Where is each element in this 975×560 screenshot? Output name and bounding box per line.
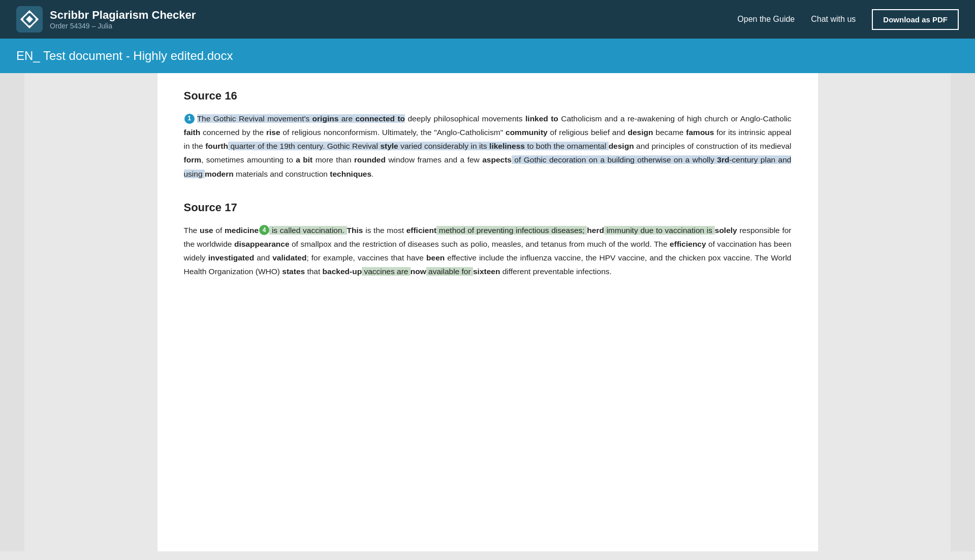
header-right: Open the Guide Chat with us Download as … — [737, 9, 959, 30]
source-16-paragraph: 1 The Gothic Revival movement's origins … — [184, 112, 792, 181]
bold-text: validated — [272, 253, 306, 262]
plain-text: The — [184, 226, 200, 235]
source-16-badge: 1 — [184, 114, 195, 124]
hl-text-bold: likeliness — [489, 142, 525, 150]
right-sidebar — [951, 73, 975, 551]
hl-text: of Gothic decoration on a building other… — [512, 155, 717, 164]
bold-text: disappearance — [234, 240, 290, 248]
plain-text: of religious belief and — [548, 128, 628, 137]
bold-text: community — [506, 128, 548, 137]
bold-text: efficient — [406, 226, 436, 235]
bold-text: faith — [184, 128, 201, 137]
doc-title-bar: EN_ Test document - Highly edited.docx — [0, 39, 975, 73]
bold-text: been — [426, 253, 445, 262]
plain-text: of — [213, 226, 225, 235]
hl-text: immunity due to vaccination is — [604, 226, 715, 235]
bold-text: herd — [587, 226, 604, 235]
plain-text: window frames and a few — [386, 155, 482, 164]
download-pdf-button[interactable]: Download as PDF — [872, 9, 959, 30]
plain-text: concerned by the — [200, 128, 266, 137]
source-17-heading: Source 17 — [184, 201, 792, 214]
open-guide-button[interactable]: Open the Guide — [737, 15, 795, 24]
bold-text: use — [200, 226, 213, 235]
plain-text: . — [371, 170, 373, 178]
plain-text: materials and construction — [234, 170, 330, 178]
bold-text: modern — [205, 170, 234, 178]
source-16-section: Source 16 1 The Gothic Revival movement'… — [184, 89, 792, 181]
plain-text: became — [653, 128, 686, 137]
hl-text: is called vaccination. — [269, 226, 347, 235]
bold-text: fourth — [205, 142, 228, 150]
plain-text: more than — [312, 155, 354, 164]
hl-text: quarter of the 19th century. Gothic Revi… — [228, 142, 380, 150]
bold-text: This — [347, 226, 363, 235]
plain-text: that — [305, 267, 322, 276]
hl-text: are — [338, 114, 355, 123]
hl-text-bold: connected to — [355, 114, 405, 123]
hl-text: available for — [426, 267, 473, 276]
hl-text: varied considerably in its — [398, 142, 489, 150]
header-title-block: Scribbr Plagiarism Checker Order 54349 –… — [50, 9, 196, 30]
hl-text-bold: style — [380, 142, 398, 150]
source-17-paragraph: The use of medicine4 is called vaccinati… — [184, 223, 792, 279]
plain-text: and — [254, 253, 272, 262]
hl-text: method of preventing infectious diseases… — [436, 226, 587, 235]
bold-text: aspects — [482, 155, 512, 164]
bold-text: rise — [266, 128, 280, 137]
bold-text: design — [609, 142, 634, 150]
plain-text: deeply philosophical movements — [405, 114, 525, 123]
document-filename: EN_ Test document - Highly edited.docx — [16, 49, 959, 63]
plain-text: is the most — [363, 226, 406, 235]
left-sidebar — [0, 73, 24, 551]
bold-text: backed-up — [323, 267, 362, 276]
bold-text: a bit — [296, 155, 312, 164]
page-header: Scribbr Plagiarism Checker Order 54349 –… — [0, 0, 975, 39]
scribbr-logo-icon — [16, 6, 43, 32]
bold-text: linked to — [525, 114, 558, 123]
hl-text: vaccines are — [362, 267, 411, 276]
plain-text: different preventable infections. — [500, 267, 611, 276]
order-subtitle: Order 54349 – Julia — [50, 22, 196, 30]
source-17-section: Source 17 The use of medicine4 is called… — [184, 201, 792, 279]
plain-text: and principles of construction of its me… — [634, 142, 792, 150]
plain-text: Catholicism and a re-awakening of high c… — [558, 114, 792, 123]
bold-text: efficiency — [670, 240, 706, 248]
bold-text: states — [282, 267, 305, 276]
hl-text-bold: origins — [312, 114, 339, 123]
app-title: Scribbr Plagiarism Checker — [50, 9, 196, 22]
bold-text: famous — [686, 128, 714, 137]
plain-text: , sometimes amounting to — [201, 155, 296, 164]
bold-text: techniques — [330, 170, 371, 178]
plain-text: of smallpox and the restriction of disea… — [290, 240, 670, 248]
source-17-badge: 4 — [259, 225, 269, 235]
hl-text: The Gothic Revival movement's — [197, 114, 312, 123]
chat-with-us-button[interactable]: Chat with us — [811, 15, 856, 24]
document-content: Source 16 1 The Gothic Revival movement'… — [158, 73, 818, 551]
bold-text: design — [628, 128, 653, 137]
source-16-heading: Source 16 — [184, 89, 792, 103]
plain-text: ; for example, vaccines that have — [306, 253, 426, 262]
bold-text: solely — [715, 226, 737, 235]
plain-text: of religious nonconformism. Ultimately, … — [280, 128, 506, 137]
main-area: Source 16 1 The Gothic Revival movement'… — [0, 73, 975, 551]
bold-text: rounded — [354, 155, 386, 164]
header-left: Scribbr Plagiarism Checker Order 54349 –… — [16, 6, 196, 32]
bold-text: medicine — [225, 226, 259, 235]
hl-text: to both the ornamental — [525, 142, 609, 150]
bold-text: investigated — [208, 253, 254, 262]
bold-text: sixteen — [473, 267, 500, 276]
bold-text: now — [411, 267, 426, 276]
hl-text-bold: 3rd — [717, 155, 729, 164]
bold-text: form — [184, 155, 201, 164]
